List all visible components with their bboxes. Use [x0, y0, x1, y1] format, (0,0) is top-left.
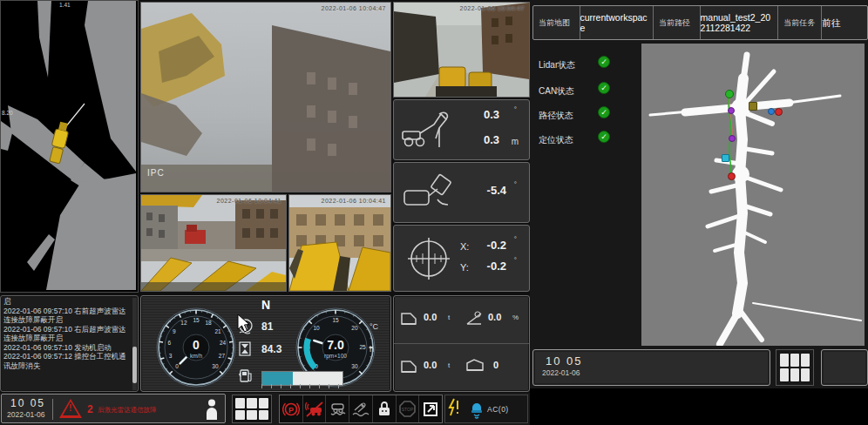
loader-boom-icon: [401, 109, 457, 152]
route-map-view[interactable]: [641, 44, 865, 346]
lidar-status-ok-icon: ✓: [598, 56, 610, 68]
mission-panel: 当前地图 currentworkspace 当前路径 manual_test2_…: [530, 0, 868, 388]
map-coord-label: 8.20: [2, 110, 13, 116]
current-task-label: 当前任务: [778, 17, 820, 29]
svg-text:P: P: [288, 405, 294, 414]
current-map-value: currentworkspace: [580, 12, 654, 33]
svg-text:30: 30: [212, 363, 219, 369]
camera-left-view[interactable]: 2022-01-06 10:04:41: [140, 194, 287, 292]
black-filler: [530, 388, 868, 425]
load-metrics-panel: 0.0 t 0.0 % 0.0 t: [393, 295, 530, 392]
attitude-y-value: -0.2: [487, 260, 506, 273]
status-row-lidar: Lidar状态 ✓: [539, 56, 575, 70]
log-scrollbar-track[interactable]: [132, 298, 137, 390]
camera-timestamp: 2022-01-06 10:04:41: [322, 198, 387, 204]
attitude-x-label: X:: [460, 241, 469, 252]
right-clock-date: 2022-01-06: [533, 368, 770, 377]
divider: [52, 399, 53, 420]
svg-text:10: 10: [313, 325, 320, 331]
bucket-angle-unit: °: [514, 180, 517, 188]
bucket-load-icon: [399, 310, 418, 327]
attitude-y-label: Y:: [460, 262, 469, 273]
current-task-label-seg: 当前任务: [778, 6, 822, 39]
svg-text:15: 15: [332, 317, 339, 323]
lidar-map-canvas: [1, 1, 136, 290]
right-clock-time: 10 05: [533, 350, 770, 368]
camera-main-view[interactable]: 2022-01-06 10:04:47 IPC: [140, 2, 391, 192]
lidar-status-label: Lidar状态: [539, 60, 575, 70]
exit-door-icon[interactable]: [419, 395, 442, 422]
beacon-icon[interactable]: [470, 399, 484, 420]
svg-text:21: 21: [214, 328, 221, 334]
localization-status-ok-icon: ✓: [598, 131, 610, 143]
layout-grid-button[interactable]: [232, 395, 272, 423]
speed-unit: km/h: [155, 353, 237, 359]
boom-float-icon[interactable]: [349, 395, 373, 422]
route-map-canvas: [641, 44, 865, 346]
clock-time: 10 05: [10, 397, 45, 409]
camera-front-view[interactable]: 2022-01-06 10:04:47: [393, 2, 530, 98]
alarm-summary-panel: 10 05 2022-01-06 ! 2 后激光雷达通信故障: [1, 394, 226, 423]
camera-timestamp: 2022-01-06 10:04:47: [460, 5, 526, 11]
total-load-unit: t: [448, 361, 450, 369]
svg-text:12: 12: [180, 320, 187, 326]
lidar-map-view[interactable]: 1.41 16.7 8.20 29.28 199.10: [0, 0, 139, 293]
route-marker: [725, 90, 734, 98]
electrical-fault-icon[interactable]: [445, 398, 463, 421]
current-task-value: 前往: [822, 17, 844, 28]
current-map-label: 当前地图: [533, 17, 575, 29]
right-footer-spare-panel[interactable]: [821, 349, 868, 386]
map-coord-label: 1.41: [59, 2, 71, 8]
speed-gauge: 036912151821242730 0 km/h: [155, 307, 237, 388]
log-scrollbar-thumb[interactable]: [132, 347, 137, 383]
svg-text:18: 18: [205, 320, 212, 326]
mouse-cursor: [237, 314, 253, 334]
vehicle-warning-toolbar: P STOP: [279, 395, 443, 423]
boom-status-card: 0.3 ° 0.3 m: [393, 99, 530, 160]
log-line: 2022-01-06 09:57:10 右前超声波雷达连接故障屏蔽开启: [3, 307, 131, 325]
svg-text:20: 20: [351, 325, 358, 331]
hours-row: 84.3 h: [239, 341, 251, 359]
route-marker: [775, 108, 783, 116]
parking-brake-icon[interactable]: P: [280, 395, 303, 422]
route-marker: [728, 172, 736, 180]
sensor-fault-icon[interactable]: [303, 395, 327, 422]
log-line: 2022-01-06 09:57:10 右后超声波雷达连接故障屏蔽开启: [3, 325, 131, 343]
log-line: 2022-01-06 09:57:10 发动机启动: [3, 343, 131, 353]
alarm-message[interactable]: 后激光雷达通信故障: [98, 406, 157, 415]
attitude-level-icon: [406, 236, 451, 281]
status-row-localization: 定位状态 ✓: [539, 131, 573, 145]
svg-text:STOP: STOP: [402, 407, 414, 412]
route-marker: [728, 107, 735, 114]
lock-icon[interactable]: [373, 395, 397, 422]
right-clock-panel: 10 05 2022-01-06: [532, 349, 770, 386]
event-log-panel[interactable]: 启 2022-01-06 09:57:10 右前超声波雷达连接故障屏蔽开启 20…: [0, 295, 139, 392]
clock-date: 2022-01-06: [7, 410, 44, 419]
traction-control-icon[interactable]: [326, 395, 349, 422]
camera-right-view[interactable]: 2022-01-06 10:04:41: [288, 194, 391, 292]
boom-height-value: 0.3: [484, 133, 499, 146]
camera-label: IPC: [147, 168, 165, 178]
total-load-value: 0.0: [424, 360, 437, 370]
ac-status-label: AC(0): [487, 405, 509, 414]
fuel-level-fill: [262, 372, 293, 385]
bucket-load-unit: t: [448, 314, 450, 321]
fuel-row: [239, 368, 254, 385]
slope-unit: %: [512, 314, 519, 321]
current-map-value-seg: currentworkspace: [580, 6, 654, 39]
hours-unit: h: [370, 345, 374, 354]
route-marker: [768, 108, 775, 115]
stop-icon[interactable]: STOP: [397, 395, 420, 422]
current-path-label-seg: 当前路径: [654, 6, 701, 39]
right-layout-grid-button[interactable]: [776, 349, 814, 386]
current-task-value-seg: 前往: [822, 6, 867, 39]
can-status-label: CAN状态: [539, 86, 574, 96]
total-load-icon: [399, 358, 418, 375]
current-map-label-seg: 当前地图: [533, 6, 580, 39]
bottom-status-bar: 10 05 2022-01-06 ! 2 后激光雷达通信故障 P: [0, 393, 530, 425]
hours-value: 84.3: [261, 343, 281, 355]
can-status-ok-icon: ✓: [598, 82, 610, 94]
operator-icon[interactable]: [206, 399, 218, 420]
current-path-value: manual_test2_202112281422: [701, 12, 778, 33]
operator-console: 1.41 16.7 8.20 29.28 199.10: [0, 0, 868, 425]
